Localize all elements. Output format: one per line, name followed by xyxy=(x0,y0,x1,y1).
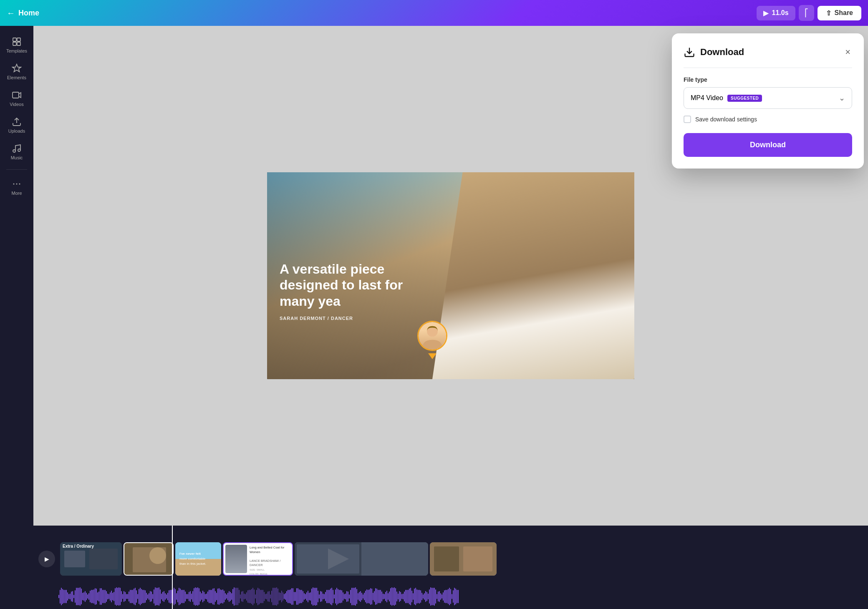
svg-point-7 xyxy=(18,149,20,151)
sidebar-item-videos-label: Videos xyxy=(10,102,23,107)
svg-rect-1 xyxy=(17,38,20,41)
canvas-area[interactable]: A versatile piece designed to last for m… xyxy=(33,26,549,382)
svg-rect-4 xyxy=(13,92,19,98)
back-button[interactable]: ← Home xyxy=(7,8,39,18)
avatar-svg xyxy=(419,321,446,350)
main-area: A versatile piece designed to last for m… xyxy=(33,26,549,382)
svg-point-6 xyxy=(13,150,15,152)
sidebar-item-music[interactable]: Music xyxy=(2,139,32,164)
sidebar-item-more[interactable]: More xyxy=(2,175,32,200)
header: ← Home ▶ 11.0s ⎡ ⇧ Share xyxy=(0,0,549,26)
svg-point-8 xyxy=(13,184,15,185)
back-arrow-icon: ← xyxy=(7,8,15,18)
sidebar-item-templates[interactable]: Templates xyxy=(2,33,32,58)
video-preview: A versatile piece designed to last for m… xyxy=(267,172,549,379)
sidebar: Templates Elements Videos Uploads Music … xyxy=(0,26,33,382)
sidebar-item-uploads[interactable]: Uploads xyxy=(2,113,32,138)
more-icon xyxy=(12,179,22,189)
avatar-bubble xyxy=(417,321,451,354)
sidebar-item-videos[interactable]: Videos xyxy=(2,86,32,111)
video-background: A versatile piece designed to last for m… xyxy=(267,172,549,379)
svg-point-10 xyxy=(19,184,20,185)
svg-rect-2 xyxy=(13,42,16,45)
avatar-notch xyxy=(428,353,437,359)
svg-rect-3 xyxy=(17,42,20,45)
avatar-image xyxy=(419,322,446,350)
video-text-container: A versatile piece designed to last for m… xyxy=(280,261,405,321)
sidebar-separator xyxy=(6,169,27,170)
home-label: Home xyxy=(18,9,39,18)
svg-rect-0 xyxy=(13,38,16,41)
sidebar-item-templates-label: Templates xyxy=(6,48,27,53)
elements-icon xyxy=(12,63,22,73)
sidebar-item-more-label: More xyxy=(11,191,22,196)
sidebar-item-music-label: Music xyxy=(11,155,23,160)
video-main-text: A versatile piece designed to last for m… xyxy=(280,261,405,309)
sidebar-item-elements[interactable]: Elements xyxy=(2,59,32,84)
videos-icon xyxy=(12,90,22,100)
svg-point-9 xyxy=(16,184,18,185)
templates-icon xyxy=(12,37,22,47)
video-sub-text: SARAH DERMONT / DANCER xyxy=(280,316,405,321)
uploads-icon xyxy=(12,117,22,127)
sidebar-item-elements-label: Elements xyxy=(7,75,26,80)
sidebar-item-uploads-label: Uploads xyxy=(8,128,25,133)
music-icon xyxy=(12,143,22,154)
avatar-circle xyxy=(417,321,447,351)
